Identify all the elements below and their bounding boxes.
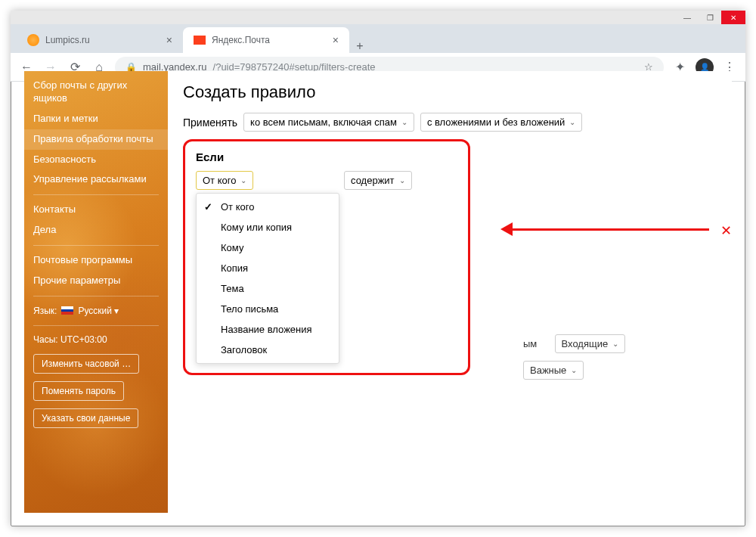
dd-to[interactable]: Кому xyxy=(197,237,339,258)
flag-ru-icon xyxy=(61,306,73,315)
window-close[interactable]: ✕ xyxy=(721,11,745,24)
favicon-lumpics xyxy=(27,34,39,46)
sidebar-item-other[interactable]: Прочие параметры xyxy=(24,271,168,291)
apply-scope-select[interactable]: ко всем письмам, включая спам xyxy=(243,113,414,132)
condition-highlight: Если От кого От кого Кому или копия Кому… xyxy=(183,139,470,375)
main-content: Создать правило Применять ко всем письма… xyxy=(168,71,732,513)
annotation-arrow xyxy=(500,222,709,236)
sidebar: Сбор почты с других ящиков Папки и метки… xyxy=(24,71,168,513)
sidebar-item-collect[interactable]: Сбор почты с других ящиков xyxy=(24,76,168,109)
clock-setting: Часы: UTC+03:00 xyxy=(24,331,168,350)
sidebar-item-todos[interactable]: Дела xyxy=(24,220,168,241)
delete-condition-icon[interactable]: ✕ xyxy=(720,222,732,239)
sidebar-item-contacts[interactable]: Контакты xyxy=(24,200,168,220)
btn-change-password[interactable]: Поменять пароль xyxy=(33,381,124,401)
tab-lumpics[interactable]: Lumpics.ru × xyxy=(17,27,183,53)
dd-header[interactable]: Заголовок xyxy=(197,340,339,360)
tab-label: Яндекс.Почта xyxy=(212,35,270,45)
sidebar-item-security[interactable]: Безопасность xyxy=(24,150,168,170)
dd-subject[interactable]: Тема xyxy=(197,278,339,299)
label-select[interactable]: Важные xyxy=(523,361,584,380)
dd-from[interactable]: От кого xyxy=(197,197,339,217)
dd-cc[interactable]: Копия xyxy=(197,258,339,278)
sidebar-item-mailapps[interactable]: Почтовые программы xyxy=(24,250,168,271)
window-maximize[interactable]: ❐ xyxy=(699,11,721,24)
btn-personal-data[interactable]: Указать свои данные xyxy=(33,408,138,428)
tab-label: Lumpics.ru xyxy=(45,35,90,45)
condition-field-select[interactable]: От кого xyxy=(196,171,253,190)
dd-attachment-name[interactable]: Название вложения xyxy=(197,319,339,340)
condition-op-select[interactable]: содержит xyxy=(344,171,412,190)
tab-yandex-mail[interactable]: Яндекс.Почта × xyxy=(183,27,349,53)
folder-select[interactable]: Входящие xyxy=(555,334,626,353)
partial-text: ым xyxy=(523,338,537,349)
page-title: Создать правило xyxy=(183,82,717,102)
sidebar-item-folders[interactable]: Папки и метки xyxy=(24,109,168,129)
new-tab-button[interactable]: + xyxy=(349,39,370,53)
apply-attach-select[interactable]: с вложениями и без вложений xyxy=(420,113,583,132)
dd-body[interactable]: Тело письма xyxy=(197,299,339,319)
sidebar-item-rules[interactable]: Правила обработки почты xyxy=(24,129,168,150)
condition-field-dropdown: От кого Кому или копия Кому Копия Тема Т… xyxy=(196,193,339,364)
window-minimize[interactable]: — xyxy=(676,11,699,24)
language-selector[interactable]: Язык: Русский ▾ xyxy=(24,301,168,321)
tab-close-icon[interactable]: × xyxy=(333,34,339,46)
btn-change-tz[interactable]: Изменить часовой … xyxy=(33,354,139,374)
apply-label: Применять xyxy=(183,116,237,129)
dd-to-or-cc[interactable]: Кому или копия xyxy=(197,217,339,237)
tab-close-icon[interactable]: × xyxy=(166,34,172,46)
favicon-yandex xyxy=(194,36,206,45)
if-label: Если xyxy=(196,151,457,163)
sidebar-item-subscriptions[interactable]: Управление рассылками xyxy=(24,169,168,190)
